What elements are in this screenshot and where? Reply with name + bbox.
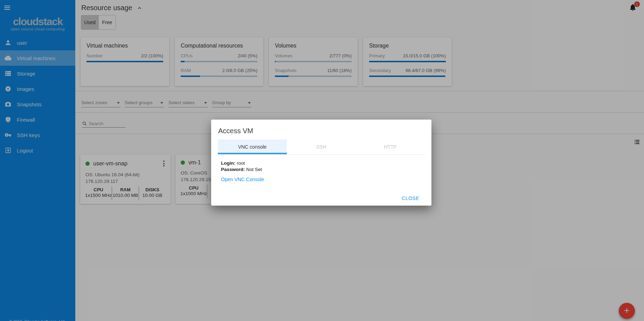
tab-ssh[interactable]: SSH	[287, 140, 356, 154]
password-label: Password:	[221, 167, 245, 172]
open-vnc-console-link[interactable]: Open VNC Console	[221, 177, 264, 182]
password-value: Not Set	[246, 167, 262, 172]
login-label: Login:	[221, 160, 235, 166]
access-vm-dialog: Access VM VNC console SSH HTTP Login: ro…	[211, 120, 431, 206]
dialog-tabbar: VNC console SSH HTTP	[218, 140, 425, 155]
login-value: root	[237, 160, 245, 166]
dialog-title: Access VM	[218, 127, 431, 135]
dialog-body: Login: root Password: Not Set	[221, 160, 431, 173]
login-line: Login: root	[221, 160, 431, 166]
tab-vnc-console[interactable]: VNC console	[218, 140, 287, 154]
close-dialog-button[interactable]: CLOSE	[402, 195, 419, 201]
password-line: Password: Not Set	[221, 166, 431, 173]
tab-http[interactable]: HTTP	[356, 140, 425, 154]
